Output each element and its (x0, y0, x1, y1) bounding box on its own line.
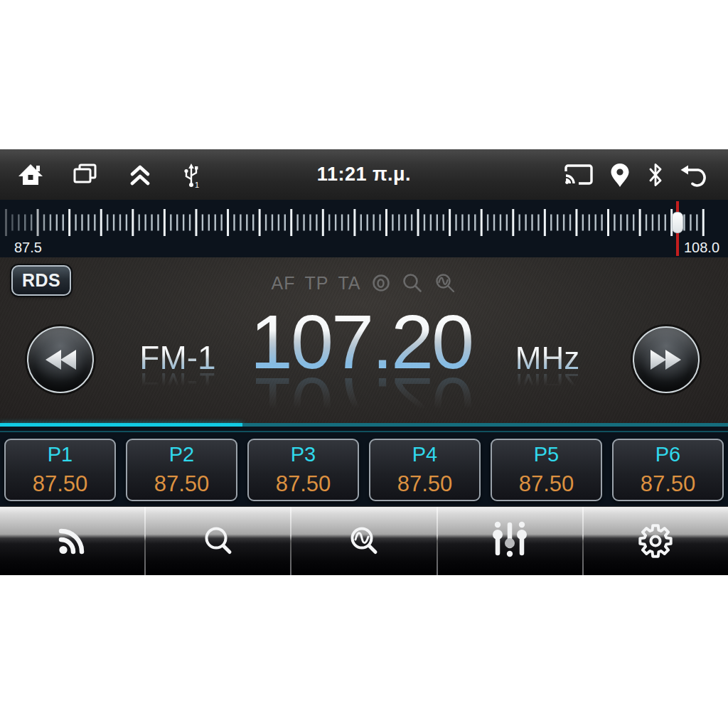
tuning-pointer-knob[interactable] (672, 212, 683, 233)
search-icon (401, 272, 424, 294)
preset-row: P1 87.50 P2 87.50 P3 87.50 P4 87.50 P5 (4, 439, 724, 501)
rewind-icon (43, 348, 78, 372)
seek-down-button[interactable] (27, 326, 94, 393)
radio-waves-icon (53, 522, 92, 560)
preset-label: P5 (534, 443, 559, 466)
bluetooth-icon (646, 161, 665, 188)
preset-frequency: 87.50 (397, 471, 453, 497)
band-reflection: FM-1 (117, 368, 238, 401)
status-bar: 1 11:21 π.μ. (0, 149, 728, 200)
preset-label: P1 (48, 443, 73, 466)
flag-af: AF (272, 273, 296, 294)
scale-max-label: 108.0 (684, 240, 719, 256)
preset-button-6[interactable]: P6 87.50 (612, 439, 724, 501)
search-icon (199, 522, 237, 560)
cast-icon (563, 162, 594, 188)
scale-min-label: 87.5 (14, 240, 42, 256)
flag-ta: TA (338, 273, 360, 294)
band-display: FM-1 FM-1 (117, 341, 238, 401)
preset-button-5[interactable]: P5 87.50 (491, 439, 602, 501)
radio-app-screen: 1 11:21 π.μ. (0, 0, 728, 728)
preset-frequency: 87.50 (33, 471, 88, 497)
settings-gear-icon (636, 521, 675, 561)
settings-button[interactable] (584, 507, 728, 575)
preset-frequency: 87.50 (641, 471, 696, 497)
flag-tp: TP (304, 273, 328, 294)
radio-flags-row: AF TP TA (0, 272, 728, 294)
radio-band-button[interactable] (0, 507, 144, 575)
preset-label: P2 (169, 443, 194, 466)
status-bar-right (563, 149, 712, 200)
seek-up-button[interactable] (633, 326, 700, 393)
head-unit-display: 1 11:21 π.μ. (0, 149, 728, 575)
search-stations-button[interactable] (146, 507, 290, 575)
tuner-ticks (0, 205, 728, 239)
preset-button-3[interactable]: P3 87.50 (247, 439, 359, 501)
tuner-scale: 87.5 108.0 (0, 200, 728, 257)
preset-panel: P1 87.50 P2 87.50 P3 87.50 P4 87.50 P5 (0, 427, 728, 506)
frequency-unit-display: MHz MHz (494, 343, 601, 400)
preset-frequency: 87.50 (154, 471, 210, 497)
frequency-unit-reflection: MHz (494, 369, 601, 400)
preset-button-4[interactable]: P4 87.50 (369, 439, 481, 501)
loop-icon (370, 272, 392, 294)
preset-button-2[interactable]: P2 87.50 (126, 439, 237, 501)
equalizer-icon (491, 521, 529, 561)
scan-icon (345, 522, 383, 560)
scan-icon (433, 272, 457, 294)
scan-stations-button[interactable] (291, 507, 436, 575)
preset-label: P6 (655, 443, 680, 466)
preset-frequency: 87.50 (519, 471, 574, 497)
preset-label: P4 (412, 443, 437, 466)
preset-label: P3 (291, 443, 316, 466)
radio-main-panel: RDS AF TP TA (0, 257, 728, 423)
back-icon[interactable] (680, 161, 712, 189)
fast-forward-icon (648, 348, 684, 372)
preset-frequency: 87.50 (276, 471, 331, 497)
bottom-toolbar (0, 506, 728, 575)
equalizer-button[interactable] (438, 507, 582, 575)
location-icon (609, 161, 631, 188)
preset-button-1[interactable]: P1 87.50 (4, 439, 116, 501)
